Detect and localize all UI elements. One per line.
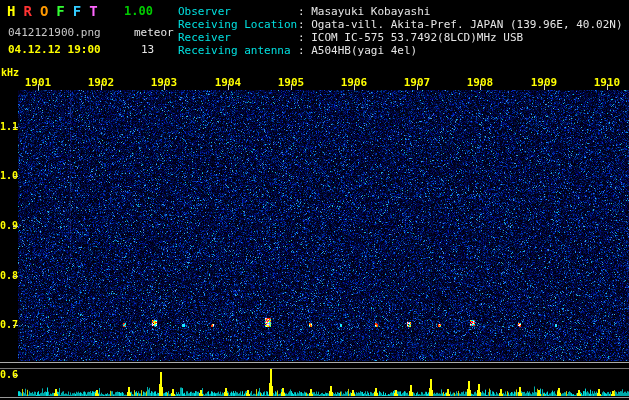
time-tick-label: 1908 [460,76,500,89]
frequency-tick-label: 1.0 [0,170,17,181]
info-label: Observer [178,5,298,18]
frequency-tick-label: 0.7 [0,319,17,330]
output-filename: 0412121900.png [8,26,101,39]
frequency-unit-label: kHz [1,67,19,78]
info-colon: : [298,18,311,31]
time-tick-label: 1902 [81,76,121,89]
hrofft-output: HROFFT 1.00 0412121900.png meteor 04.12.… [0,0,629,400]
frequency-tick-label: 0.8 [0,270,17,281]
frequency-tick-label: 0.9 [0,220,17,231]
time-tick-label: 1907 [397,76,437,89]
info-row: Receiver: ICOM IC-575 53.7492(8LCD)MHz U… [178,31,623,44]
info-label: Receiving antenna [178,44,298,57]
info-colon: : [298,44,311,57]
app-title-letter: O [40,3,56,19]
time-tick-label: 1905 [271,76,311,89]
info-row: Receiving antenna: A504HB(yagi 4el) [178,44,623,57]
info-row: Observer: Masayuki Kobayashi [178,5,623,18]
app-title-letter: F [56,3,72,19]
observation-mode-label: meteor [134,26,174,39]
info-value: Masayuki Kobayashi [311,5,430,18]
info-value: ICOM IC-575 53.7492(8LCD)MHz USB [311,31,523,44]
spectrogram-canvas [0,0,629,400]
info-value: A504HB(yagi 4el) [311,44,417,57]
info-colon: : [298,31,311,44]
info-label: Receiver [178,31,298,44]
app-title-letter: R [23,3,39,19]
time-tick-label: 1910 [587,76,627,89]
app-title-letter: F [73,3,89,19]
info-block: Observer: Masayuki KobayashiReceiving Lo… [178,5,623,57]
frequency-tick-label: 0.6 [0,369,17,380]
time-tick-label: 1903 [144,76,184,89]
time-tick-label: 1901 [18,76,58,89]
time-tick-label: 1909 [524,76,564,89]
frequency-tick-label: 1.1 [0,121,17,132]
echo-count: 13 [141,43,154,56]
observation-datetime: 04.12.12 19:00 [8,43,101,56]
time-tick-label: 1904 [208,76,248,89]
app-title-letter: H [7,3,23,19]
app-version: 1.00 [124,4,153,18]
info-row: Receiving Location: Ogata-vill. Akita-Pr… [178,18,623,31]
time-tick-label: 1906 [334,76,374,89]
info-value: Ogata-vill. Akita-Pref. JAPAN (139.96E, … [311,18,622,31]
app-title-letter: T [89,3,105,19]
app-title: HROFFT [7,3,106,19]
info-colon: : [298,5,311,18]
info-label: Receiving Location [178,18,298,31]
